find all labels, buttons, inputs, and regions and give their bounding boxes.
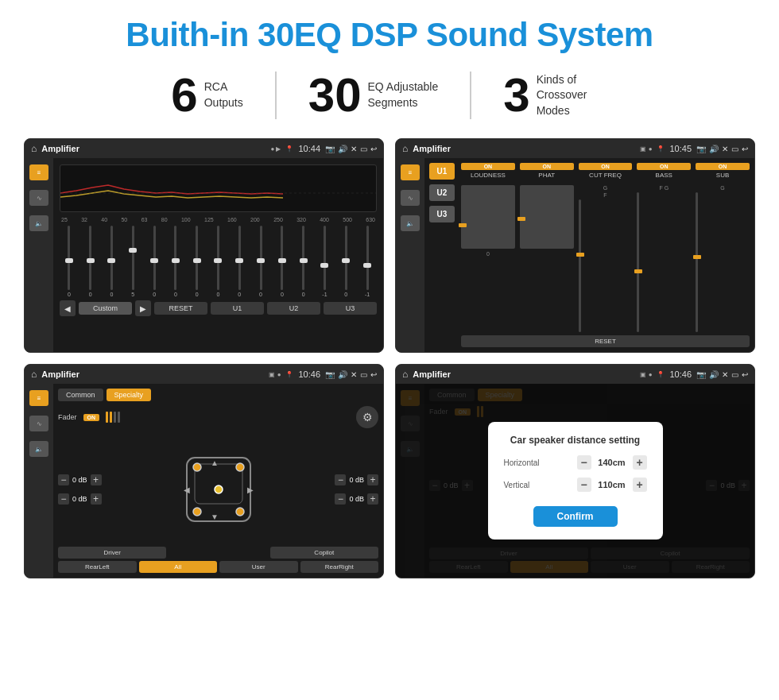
vol-left-col: − 0 dB + − 0 dB + [58,474,102,505]
dsp-nav-wave[interactable]: ∿ [401,190,420,206]
dsp-screen-content: ≡ ∿ 🔈 U1 U2 U3 [396,158,754,352]
dsp-loudness-slider[interactable]: 0 [461,185,515,249]
dialog-vertical-plus[interactable]: + [633,478,647,492]
crossover-window-icon: ▭ [360,370,367,379]
dsp-preset-u2[interactable]: U2 [429,184,455,201]
vol-left-bottom-minus[interactable]: − [58,493,69,505]
eq-slider-9[interactable]: 0 [230,226,249,297]
eq-slider-12[interactable]: 0 [294,226,313,297]
dialog-horizontal-value: 140cm [596,458,628,467]
settings-icon[interactable]: ⚙ [356,406,378,428]
vol-right-top-val: 0 dB [349,476,364,484]
dsp-preset-u3[interactable]: U3 [429,206,455,222]
dialog-vertical-minus[interactable]: − [577,478,591,492]
crossover-back-icon: ↩ [370,370,377,379]
eq-slider-1[interactable]: 0 [60,226,79,297]
fader-label: Fader [58,413,77,421]
eq-slider-5[interactable]: 0 [145,226,164,297]
back-icon: ↩ [370,145,377,153]
dsp-phat-on[interactable]: ON [520,163,574,170]
eq-next-btn[interactable]: ▶ [135,300,151,316]
crossover-time: 10:46 [298,369,320,379]
eq-slider-3[interactable]: 0 [103,226,122,297]
dsp-nav-speaker[interactable]: 🔈 [401,215,420,231]
eq-graph-svg [60,165,376,211]
eq-slider-10[interactable]: 0 [251,226,270,297]
distance-mode-icon: ▣ ● [640,371,652,378]
screens-grid: ⌂ Amplifier ● ▶ 📍 10:44 📷 🔊 ✕ ▭ ↩ ≡ ∿ 🔈 [24,138,755,578]
eq-slider-6[interactable]: 0 [166,226,185,297]
dialog-horizontal-minus[interactable]: − [577,455,591,470]
distance-status-bar: ⌂ Amplifier ▣ ● 📍 10:46 📷 🔊 ✕ ▭ ↩ [396,365,754,384]
eq-nav-wave[interactable]: ∿ [29,190,48,206]
crossover-bottom-btns2: RearLeft All User RearRight [58,561,378,573]
dsp-preset-u1[interactable]: U1 [429,163,455,180]
dsp-nav-eq[interactable]: ≡ [401,164,420,180]
eq-slider-11[interactable]: 0 [273,226,292,297]
eq-reset-btn[interactable]: RESET [154,302,207,315]
dsp-phat-slider[interactable] [520,185,574,249]
crossover-status-bar: ⌂ Amplifier ▣ ● 📍 10:46 📷 🔊 ✕ ▭ ↩ [25,365,383,384]
dsp-back-icon: ↩ [742,145,748,153]
vol-right-top-minus[interactable]: − [335,474,346,485]
crossover-screen-content: ≡ ∿ 🔈 Common Specialty Fader ON [25,384,383,578]
vol-left-top-plus[interactable]: + [91,474,102,485]
eq-prev-btn[interactable]: ◀ [60,300,76,316]
eq-slider-13[interactable]: -1 [316,226,335,297]
stat-eq: 30 EQ AdjustableSegments [277,72,471,119]
eq-nav-speaker[interactable]: 🔈 [29,215,48,231]
dsp-sub-col: G [696,185,750,332]
eq-u2-btn[interactable]: U2 [267,302,320,315]
crossover-btn-rearleft[interactable]: RearLeft [58,561,137,573]
vol-right-top-plus[interactable]: + [367,474,378,485]
eq-nav-eq[interactable]: ≡ [29,164,48,180]
crossover-btn-all[interactable]: All [139,561,218,573]
crossover-tab-specialty[interactable]: Specialty [107,389,152,401]
dsp-cutfreq-on[interactable]: ON [579,163,633,170]
eq-screen: ⌂ Amplifier ● ▶ 📍 10:44 📷 🔊 ✕ ▭ ↩ ≡ ∿ 🔈 [24,138,384,353]
crossover-volume-icon: 🔊 [338,370,347,379]
dialog-vertical-label: Vertical [504,481,552,489]
crossover-btn-driver[interactable]: Driver [58,547,166,559]
eq-slider-2[interactable]: 0 [81,226,100,297]
crossover-nav-eq[interactable]: ≡ [29,390,48,406]
vol-left-top-minus[interactable]: − [58,474,69,485]
crossover-nav-speaker[interactable]: 🔈 [29,441,48,457]
dialog-horizontal-plus[interactable]: + [633,455,647,470]
dsp-sub-slider[interactable] [696,192,698,332]
dsp-reset-btn[interactable]: RESET [461,335,750,347]
dsp-layout: U1 U2 U3 ONLOUDNESS ONPHAT ONCUT FREQ ON… [429,163,750,347]
fader-on-toggle[interactable]: ON [83,414,100,421]
eq-time: 10:44 [298,144,320,153]
eq-u1-btn[interactable]: U1 [211,302,264,315]
confirm-button[interactable]: Confirm [533,506,618,527]
crossover-btn-user[interactable]: User [219,561,298,573]
vol-left-bottom: − 0 dB + [58,493,102,505]
vol-right-bottom-minus[interactable]: − [335,493,346,505]
vol-left-bottom-plus[interactable]: + [91,493,102,505]
dsp-sub-on[interactable]: ON [696,163,750,170]
svg-point-7 [215,485,223,493]
stat-crossover-number: 3 [503,72,529,119]
eq-custom-btn[interactable]: Custom [79,302,132,315]
dsp-bass-slider[interactable] [637,192,639,332]
crossover-btn-rearright[interactable]: RearRight [300,561,379,573]
crossover-nav-wave[interactable]: ∿ [29,416,48,431]
dsp-bass-col: F G [637,185,691,332]
eq-u3-btn[interactable]: U3 [324,302,377,315]
eq-slider-7[interactable]: 0 [188,226,207,297]
dsp-cutfreq-slider[interactable] [579,199,581,332]
eq-slider-15[interactable]: -1 [358,226,377,297]
eq-slider-4[interactable]: 5 [123,226,142,297]
eq-slider-8[interactable]: 0 [209,226,228,297]
crossover-tab-common[interactable]: Common [58,389,103,401]
vol-right-bottom-plus[interactable]: + [367,493,378,505]
dsp-preset-col: U1 U2 U3 [429,163,455,347]
vol-right-bottom: − 0 dB + [335,493,378,505]
dsp-loudness-on[interactable]: ON [461,163,515,170]
eq-controls: ◀ Custom ▶ RESET U1 U2 U3 [60,300,377,316]
eq-slider-14[interactable]: 0 [336,226,355,297]
crossover-btn-copilot[interactable]: Copilot [270,547,378,559]
dsp-bass-on[interactable]: ON [637,163,691,170]
window-icon: ▭ [360,145,367,153]
